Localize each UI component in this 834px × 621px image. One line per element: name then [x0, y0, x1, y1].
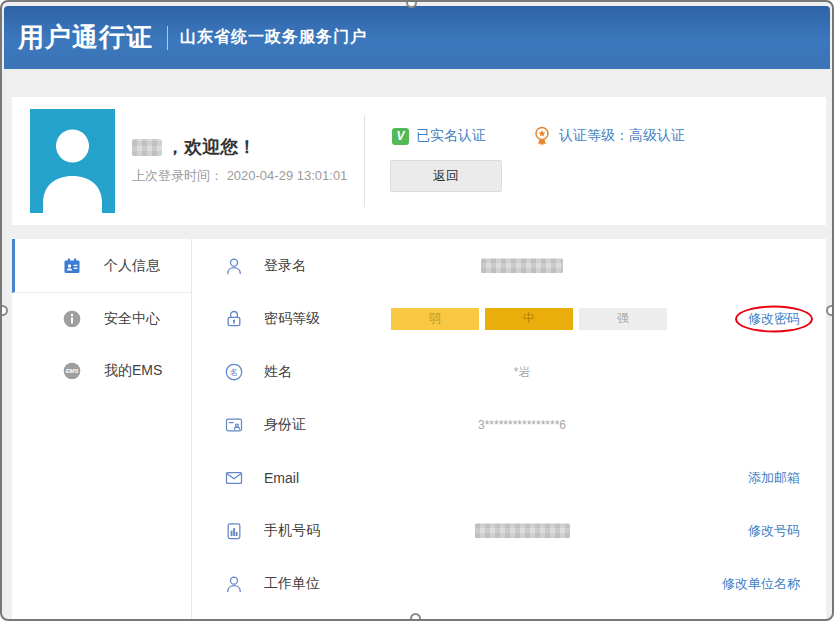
- change-password-link[interactable]: 修改密码: [748, 310, 800, 328]
- row-label: 姓名: [264, 363, 292, 381]
- password-strength-meter: 弱 中 强: [391, 308, 667, 330]
- greeting-text: ，欢迎您！: [166, 135, 256, 159]
- lock-icon: [224, 309, 244, 329]
- masked-phone-number: [475, 523, 570, 538]
- sidebar-item-label: 安全中心: [104, 310, 160, 328]
- row-label: 密码等级: [264, 310, 320, 328]
- ems-icon: EMS: [62, 361, 82, 381]
- row-work-unit: 工作单位 修改单位名称: [192, 557, 826, 610]
- sidebar-item-personal-info[interactable]: 个人信息: [12, 239, 191, 293]
- change-work-unit-link[interactable]: 修改单位名称: [722, 575, 800, 593]
- selection-handle-bottom[interactable]: [410, 613, 421, 621]
- last-login: 上次登录时间： 2020-04-29 13:01:01: [132, 167, 347, 185]
- profile-content: 登录名 密码等级 弱 中 强: [192, 239, 826, 620]
- row-label: 身份证: [264, 416, 306, 434]
- row-label: 工作单位: [264, 575, 320, 593]
- certification-level-badge: 认证等级：高级认证: [532, 125, 685, 147]
- sidebar-item-label: 个人信息: [104, 257, 160, 275]
- sidebar-item-label: 我的EMS: [104, 362, 162, 380]
- svg-text:EMS: EMS: [66, 368, 79, 374]
- last-login-label: 上次登录时间：: [132, 168, 223, 183]
- account-panel: 个人信息 安全中心 EMS: [12, 239, 826, 620]
- row-mobile-phone: 手机号码 修改号码: [192, 504, 826, 557]
- header-divider: [167, 26, 168, 50]
- id-badge-icon: [62, 256, 82, 276]
- selection-handle-right[interactable]: [826, 305, 834, 316]
- person-icon: [224, 256, 244, 276]
- sidebar-item-security-center[interactable]: 安全中心: [12, 293, 191, 345]
- strength-bar-weak: 弱: [391, 308, 479, 330]
- portal-title: 用户通行证: [18, 20, 153, 55]
- row-label: 手机号码: [264, 522, 320, 540]
- avatar: [30, 109, 115, 213]
- svg-text:名: 名: [229, 367, 238, 376]
- badge-row: V 已实名认证 认证等级：高级认证: [392, 125, 685, 147]
- portal-header: 用户通行证 山东省统一政务服务门户: [4, 6, 830, 69]
- sidebar: 个人信息 安全中心 EMS: [12, 239, 192, 620]
- welcome-greeting: ，欢迎您！: [132, 135, 256, 159]
- row-id-card: 身份证 3****************6: [192, 398, 826, 451]
- medal-icon: [532, 125, 552, 147]
- screenshot-selection-frame: 用户通行证 山东省统一政务服务门户 ，欢迎您！ 上次登录时间： 2020-04-…: [0, 0, 834, 621]
- row-name: 名 姓名 *岩: [192, 345, 826, 398]
- vertical-divider: [364, 115, 365, 207]
- person-icon: [224, 574, 244, 594]
- add-email-link[interactable]: 添加邮箱: [748, 469, 800, 487]
- id-card-icon: [224, 415, 244, 435]
- row-label: Email: [264, 470, 299, 486]
- back-button[interactable]: 返回: [390, 160, 502, 192]
- row-login-name: 登录名: [192, 239, 826, 292]
- masked-login-name: [481, 258, 563, 273]
- welcome-card: ，欢迎您！ 上次登录时间： 2020-04-29 13:01:01 V 已实名认…: [12, 97, 826, 225]
- strength-bar-strong: 强: [579, 308, 667, 330]
- realname-verified-badge: V 已实名认证: [392, 127, 486, 145]
- id-card-value: 3****************6: [467, 418, 577, 432]
- level-badge-label: 认证等级：高级认证: [559, 127, 685, 145]
- verified-check-icon: V: [392, 128, 409, 145]
- login-name-value: [467, 258, 577, 273]
- envelope-icon: [224, 468, 244, 488]
- info-icon: [62, 309, 82, 329]
- row-password-level: 密码等级 弱 中 强 修改密码: [192, 292, 826, 345]
- portal-subtitle: 山东省统一政务服务门户: [180, 27, 367, 48]
- name-value: *岩: [467, 363, 577, 380]
- masked-username: [132, 139, 162, 156]
- strength-bar-medium: 中: [485, 308, 573, 330]
- sidebar-item-my-ems[interactable]: EMS 我的EMS: [12, 345, 191, 397]
- change-phone-link[interactable]: 修改号码: [748, 522, 800, 540]
- last-login-time: 2020-04-29 13:01:01: [227, 168, 348, 183]
- row-email: Email 添加邮箱: [192, 451, 826, 504]
- verified-badge-label: 已实名认证: [416, 127, 486, 145]
- selection-handle-left[interactable]: [0, 305, 8, 316]
- row-label: 登录名: [264, 257, 306, 275]
- phone-value: [467, 523, 577, 538]
- phone-bars-icon: [224, 521, 244, 541]
- name-circle-icon: 名: [224, 362, 244, 382]
